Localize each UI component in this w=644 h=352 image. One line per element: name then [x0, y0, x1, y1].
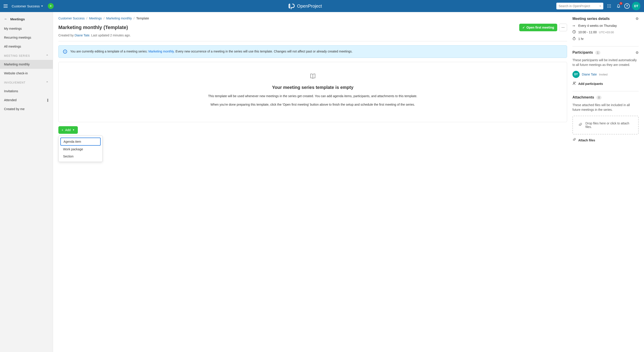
panel-participants: Participants 1 ⚙ These participants will…: [572, 50, 639, 86]
search-input[interactable]: [558, 4, 598, 8]
details-time: 10:00 - 11:00 UTC+03:00: [572, 30, 639, 34]
gear-icon[interactable]: ⚙: [636, 16, 639, 21]
participant-status: Invited: [599, 73, 608, 76]
attach-files-button[interactable]: Attach files: [572, 138, 639, 142]
notifications-icon[interactable]: 9: [615, 2, 622, 9]
top-header: Customer Success + OpenProject: [0, 0, 644, 12]
search-icon: [600, 4, 601, 8]
panel-title: Meeting series details: [572, 17, 610, 21]
info-text: You are currently editing a template of …: [70, 50, 353, 54]
kebab-icon: ⋯: [562, 26, 564, 29]
sidebar-section-meeting-series[interactable]: MEETING SERIES ⌃: [0, 51, 53, 60]
participants-description: These participants will be invited autom…: [572, 58, 639, 67]
svg-point-3: [609, 4, 610, 5]
info-icon: i: [63, 50, 67, 54]
participant-avatar: DT: [572, 71, 580, 78]
meta-line: Created by Diane Tate. Last updated 2 mi…: [58, 33, 567, 37]
count-badge: 0: [596, 96, 602, 100]
svg-point-2: [608, 4, 608, 5]
user-avatar[interactable]: DT: [632, 2, 640, 10]
details-duration: 1 hr: [572, 37, 639, 41]
sidebar-item-all-meetings[interactable]: All meetings: [0, 42, 53, 51]
sidebar-item-attended[interactable]: Attended ‖: [0, 96, 53, 105]
attachments-description: These attached files will be included in…: [572, 103, 639, 112]
project-selector[interactable]: Customer Success: [12, 4, 43, 8]
chevron-up-icon: ⌃: [46, 81, 49, 84]
empty-state: Your meeting series template is empty Th…: [58, 62, 567, 122]
panel-header: Meeting series details ⚙: [572, 16, 639, 21]
svg-point-10: [610, 7, 611, 8]
breadcrumb-module[interactable]: Meetings: [89, 16, 102, 20]
sidebar-item-website-checkin[interactable]: Website check-in: [0, 69, 53, 78]
header-left: Customer Success +: [4, 3, 54, 9]
menu-toggle-icon[interactable]: [4, 3, 9, 9]
sidebar-item-marketing-monthly[interactable]: Marketing monthly: [0, 60, 53, 69]
attachments-dropzone[interactable]: Drop files here or click to attach files…: [572, 116, 639, 135]
checkmark-icon: ✓: [522, 26, 525, 29]
dropdown-item-section[interactable]: Section: [60, 153, 100, 160]
panel-header: Participants 1 ⚙: [572, 50, 639, 55]
divider: [572, 46, 639, 46]
author-link[interactable]: Diane Tate: [74, 33, 90, 37]
logo-text: OpenProject: [297, 3, 322, 9]
header-center: OpenProject: [54, 3, 556, 9]
svg-line-1: [600, 6, 601, 7]
add-participants-button[interactable]: Add participants: [572, 82, 639, 86]
participant-name-link[interactable]: Diane Tate: [582, 73, 597, 76]
pause-icon: ‖: [47, 98, 49, 102]
empty-title: Your meeting series template is empty: [68, 85, 558, 90]
svg-point-9: [609, 7, 610, 8]
sidebar-item-invitations[interactable]: Invitations: [0, 87, 53, 96]
app-logo[interactable]: OpenProject: [288, 3, 322, 9]
section-label: MEETING SERIES: [4, 54, 30, 57]
dropdown-triangle-icon: ▼: [72, 129, 75, 131]
header-right: 9 ? DT: [556, 2, 640, 10]
series-link[interactable]: Marketing monthly: [148, 50, 174, 53]
title-row: Marketing monthly (Template) ✓ Open firs…: [58, 24, 567, 31]
sidebar-section-involvement[interactable]: INVOLVEMENT ⌃: [0, 78, 53, 87]
title-actions: ✓ Open first meeting ⋯: [519, 24, 567, 31]
chevron-up-icon: ⌃: [46, 54, 49, 58]
breadcrumb-separator: /: [104, 16, 104, 20]
quick-add-button[interactable]: +: [48, 3, 54, 9]
project-name: Customer Success: [12, 4, 40, 8]
svg-point-8: [608, 7, 608, 8]
panel-header: Attachments 0: [572, 95, 639, 100]
help-icon[interactable]: ?: [624, 3, 630, 9]
more-actions-button[interactable]: ⋯: [559, 24, 567, 31]
svg-point-16: [573, 82, 575, 83]
dropdown-item-work-package[interactable]: Work package: [60, 146, 100, 153]
modules-icon[interactable]: [606, 2, 613, 9]
panel-series-details: Meeting series details ⚙ ⊸ Every 4 weeks…: [572, 16, 639, 41]
paperclip-icon: [578, 123, 582, 128]
clock-icon: [572, 30, 576, 34]
dropdown-item-agenda-item[interactable]: Agenda item: [60, 138, 100, 146]
logo-icon: [288, 3, 295, 9]
back-arrow-icon[interactable]: ←: [4, 17, 8, 21]
open-first-meeting-button[interactable]: ✓ Open first meeting: [519, 24, 557, 31]
person-plus-icon: [572, 82, 576, 86]
sidebar-item-recurring-meetings[interactable]: Recurring meetings: [0, 33, 53, 42]
empty-text-1: This template will be used whenever new …: [68, 94, 558, 99]
plus-icon: +: [62, 128, 63, 132]
timezone-label: UTC+03:00: [599, 31, 614, 34]
sidebar-item-created-by-me[interactable]: Created by me: [0, 105, 53, 113]
book-icon: [68, 73, 558, 80]
breadcrumb-series[interactable]: Marketing monthly: [106, 16, 132, 20]
chevron-down-icon: [41, 5, 43, 7]
divider: [572, 91, 639, 91]
panel-title: Attachments 0: [572, 95, 602, 100]
content: Customer Success / Meetings / Marketing …: [53, 12, 644, 352]
breadcrumb-separator: /: [86, 16, 87, 20]
search-box[interactable]: [556, 3, 603, 9]
svg-point-0: [600, 5, 600, 6]
gear-icon[interactable]: ⚙: [636, 50, 639, 55]
breadcrumb-current: Template: [136, 16, 149, 20]
breadcrumb-project[interactable]: Customer Success: [58, 16, 84, 20]
page-title: Marketing monthly (Template): [58, 24, 128, 30]
add-button[interactable]: + Add ▼: [58, 126, 78, 134]
empty-text-2: When you're done preparing this template…: [68, 102, 558, 107]
sidebar-item-my-meetings[interactable]: My meetings: [0, 24, 53, 33]
stopwatch-icon: [572, 37, 576, 41]
main-container: ← Meetings My meetings Recurring meeting…: [0, 12, 644, 352]
